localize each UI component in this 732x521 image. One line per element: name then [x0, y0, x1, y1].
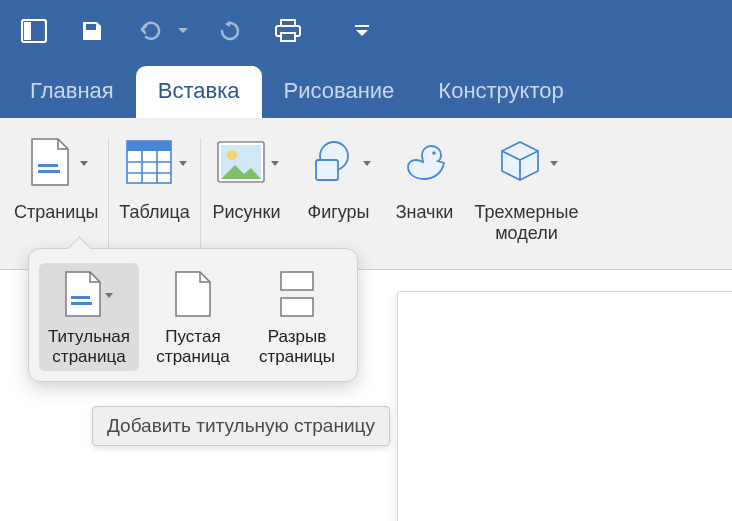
tab-home[interactable]: Главная	[8, 66, 136, 118]
tab-insert[interactable]: Вставка	[136, 66, 262, 118]
undo-dropdown[interactable]	[178, 28, 192, 34]
svg-rect-21	[71, 296, 90, 299]
models3d-button[interactable]	[490, 130, 562, 194]
chevron-down-icon	[80, 161, 88, 166]
svg-rect-1	[24, 22, 31, 40]
chevron-down-icon	[178, 28, 188, 34]
page-icon	[31, 138, 69, 186]
ribbon-tabs: Главная Вставка Рисование Конструктор	[0, 62, 732, 118]
svg-rect-22	[71, 302, 92, 305]
svg-rect-2	[92, 24, 94, 28]
save-button[interactable]	[72, 13, 112, 49]
save-icon	[80, 19, 104, 43]
table-icon	[126, 140, 172, 184]
svg-point-17	[227, 150, 237, 160]
pages-dropdown: Титульнаястраница Пустаястраница Разрывс…	[28, 248, 358, 382]
blank-page-button[interactable]: Пустаястраница	[143, 263, 243, 371]
chevron-down-icon	[355, 25, 369, 37]
chevron-down-icon	[363, 161, 371, 166]
svg-rect-7	[38, 164, 58, 167]
blank-page-icon	[175, 271, 211, 317]
icons-label: Значки	[396, 202, 454, 223]
page-break-button[interactable]: Разрывстраницы	[247, 263, 347, 371]
panel-icon	[21, 19, 47, 43]
undo-button[interactable]	[130, 13, 170, 49]
shapes-label: Фигуры	[307, 202, 369, 223]
redo-icon	[218, 19, 242, 43]
tab-draw[interactable]: Рисование	[262, 66, 417, 118]
shapes-icon	[310, 140, 356, 184]
ribbon-group-icons: Значки	[385, 126, 465, 269]
duck-icon	[401, 140, 449, 184]
customize-qat-button[interactable]	[350, 13, 374, 49]
tooltip: Добавить титульную страницу	[92, 406, 390, 446]
svg-rect-19	[316, 160, 338, 180]
undo-icon	[137, 20, 163, 42]
page-break-icon	[279, 271, 315, 317]
blank-page-label: Пустаястраница	[156, 327, 229, 367]
table-label: Таблица	[119, 202, 190, 223]
chevron-down-icon	[550, 161, 558, 166]
svg-point-20	[432, 151, 436, 155]
tab-design[interactable]: Конструктор	[416, 66, 585, 118]
pages-label: Страницы	[14, 202, 99, 223]
picture-icon	[217, 141, 265, 183]
pictures-label: Рисунки	[213, 202, 281, 223]
chevron-down-icon	[179, 161, 187, 166]
cover-page-button[interactable]: Титульнаястраница	[39, 263, 139, 371]
cube-icon	[497, 139, 543, 185]
svg-rect-10	[127, 141, 171, 151]
cover-page-icon	[65, 271, 101, 317]
table-button[interactable]	[119, 130, 191, 194]
chevron-down-icon	[271, 161, 279, 166]
svg-rect-5	[281, 33, 295, 41]
models3d-label: Трехмерныемодели	[475, 202, 579, 243]
svg-rect-23	[281, 272, 313, 290]
shapes-button[interactable]	[303, 130, 375, 194]
pages-button[interactable]	[20, 130, 92, 194]
ribbon-group-3dmodels: Трехмерныемодели	[465, 126, 589, 269]
print-icon	[274, 19, 302, 43]
page-break-label: Разрывстраницы	[259, 327, 335, 367]
print-button[interactable]	[268, 13, 308, 49]
panel-toggle-button[interactable]	[14, 13, 54, 49]
pictures-button[interactable]	[211, 130, 283, 194]
redo-button[interactable]	[210, 13, 250, 49]
chevron-down-icon	[105, 293, 113, 298]
svg-rect-24	[281, 298, 313, 316]
svg-rect-8	[38, 170, 60, 173]
quick-access-toolbar	[0, 0, 732, 62]
cover-page-label: Титульнаястраница	[48, 327, 130, 367]
document-page[interactable]	[398, 292, 732, 521]
svg-rect-6	[355, 25, 369, 27]
icons-button[interactable]	[395, 130, 455, 194]
